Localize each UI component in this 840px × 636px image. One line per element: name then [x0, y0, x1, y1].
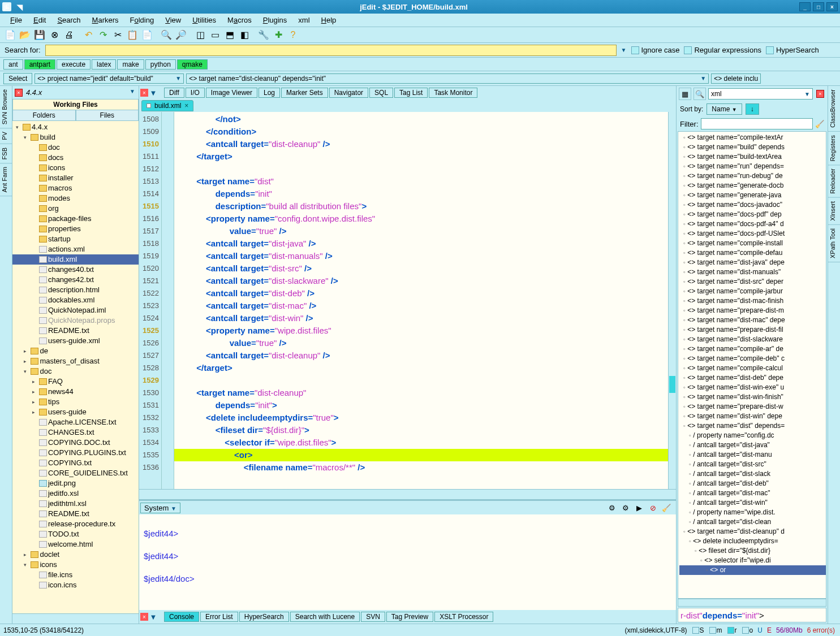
redo-icon[interactable]: ↷ — [96, 28, 110, 42]
tree-row[interactable]: TODO.txt — [12, 529, 139, 539]
structure-row[interactable]: ◦ / antcall target="dist-mac" — [679, 488, 826, 498]
console-shell-dropdown[interactable]: System ▼ — [140, 503, 180, 513]
etab-marker-sets[interactable]: Marker Sets — [281, 88, 328, 98]
tree-row[interactable]: welcome.html — [12, 539, 139, 550]
tree-row[interactable]: changes40.txt — [12, 265, 139, 275]
structure-row[interactable]: ◦ <> target name="dist" depends= — [679, 421, 826, 431]
structure-row[interactable]: ◦ <> target name="dist-slackware — [679, 335, 826, 344]
tree-row[interactable]: QuickNotepad.props — [12, 315, 139, 326]
tree-row[interactable]: jedithtml.xsl — [12, 499, 139, 509]
tree-row[interactable]: COPYING.PLUGINS.txt — [12, 448, 139, 458]
ctab-svn[interactable]: SVN — [361, 612, 385, 622]
search-input[interactable] — [45, 45, 617, 56]
fb-branch-dropdown[interactable]: 4.4.x ▼ — [24, 87, 137, 98]
regex-checkbox[interactable]: Regular expressions — [684, 46, 761, 54]
con-close-icon[interactable]: × — [140, 613, 148, 621]
save-icon[interactable]: 💾 — [33, 28, 46, 42]
ctab-console[interactable]: Console — [164, 612, 199, 622]
tree-row[interactable]: org — [12, 204, 139, 214]
tree-row[interactable]: docs — [12, 153, 139, 163]
tree-row[interactable]: startup — [12, 234, 139, 244]
structure-row[interactable]: ◦ <> target name="generate-docb — [679, 181, 826, 191]
vtab-registers[interactable]: Registers — [828, 132, 840, 165]
help-icon[interactable]: ? — [286, 28, 300, 42]
structure-row[interactable]: ◦ <> target name="run" depends= — [679, 162, 826, 171]
ctab-tag-preview[interactable]: Tag Preview — [386, 612, 433, 622]
menu-view[interactable]: View — [160, 15, 187, 25]
window-menu-icon[interactable]: ◥ — [17, 3, 25, 11]
con-run-icon[interactable]: ▶ — [634, 503, 644, 513]
etab-sql[interactable]: SQL — [369, 88, 393, 98]
structure-row[interactable]: ◦ / antcall target="dist-java" — [679, 440, 826, 450]
vtab-reloader[interactable]: Reloader — [828, 165, 840, 198]
tree-row[interactable]: Apache.LICENSE.txt — [12, 417, 139, 427]
tree-row[interactable]: ▾doc — [12, 366, 139, 377]
crumb-delete[interactable]: <> delete inclu — [711, 73, 761, 84]
structure-row[interactable]: ◦ / antcall target="dist-clean — [679, 517, 826, 527]
tree-row[interactable]: users-guide.xml — [12, 336, 139, 346]
tree-row[interactable]: ▸users-guide — [12, 407, 139, 417]
tree-row[interactable]: README.txt — [12, 509, 139, 519]
tree-row[interactable]: icon.icns — [12, 580, 139, 590]
vtab-xinsert[interactable]: XInsert — [828, 198, 840, 225]
tree-row[interactable]: icons — [12, 163, 139, 173]
rp-close-icon[interactable]: × — [816, 90, 824, 98]
ctab-xslt[interactable]: XSLT Processor — [434, 612, 493, 622]
fb-subtab-folders[interactable]: Folders — [12, 110, 76, 121]
ed-menu-icon[interactable]: ▼ — [149, 89, 157, 97]
con-clear-icon[interactable]: 🧹 — [661, 503, 671, 513]
rp-parser-dropdown[interactable]: xml▼ — [708, 88, 813, 99]
etab-io[interactable]: I/O — [186, 88, 205, 98]
structure-row[interactable]: ◦ <> target name="build" depends — [679, 142, 826, 152]
structure-row[interactable]: ◦ <> target name="docs-pdf-a4" d — [679, 219, 826, 229]
menu-folding[interactable]: Folding — [124, 15, 160, 25]
structure-row[interactable]: ◦ <> target name="dist-win-finish" — [679, 392, 826, 402]
tree-row[interactable]: description.html — [12, 285, 139, 295]
vtab-pv[interactable]: PV — [0, 128, 12, 144]
structure-row[interactable]: ◦ <> target name="compile-jarbur — [679, 287, 826, 296]
structure-row[interactable]: ◦ <> target name="dist-deb" depe — [679, 373, 826, 383]
select-button[interactable]: Select — [3, 73, 32, 84]
fb-close-icon[interactable]: × — [15, 89, 23, 97]
undo-icon[interactable]: ↶ — [81, 28, 95, 42]
split-v-icon[interactable]: ◧ — [238, 28, 251, 42]
tree-row[interactable]: CORE_GUIDELINES.txt — [12, 468, 139, 478]
paste-icon[interactable]: 📄 — [140, 28, 154, 42]
tree-row[interactable]: ▸news44 — [12, 387, 139, 397]
code-content[interactable]: </not> </condition> <antcall target="dis… — [174, 112, 676, 489]
structure-tree[interactable]: ◦ <> target name="compile-textAr ◦ <> ta… — [678, 131, 826, 599]
status-errors[interactable]: 6 error(s) — [805, 626, 837, 634]
vtab-xpath[interactable]: XPath Tool — [828, 225, 840, 262]
tree-row[interactable]: COPYING.DOC.txt — [12, 438, 139, 448]
structure-row[interactable]: ◦ <> target name="prepare-dist-fil — [679, 325, 826, 335]
rp-parse-icon[interactable]: ▦ — [679, 88, 691, 100]
tree-row[interactable]: QuickNotepad.iml — [12, 305, 139, 315]
menu-help[interactable]: Help — [316, 15, 342, 25]
structure-row[interactable]: ◦ <> target name="dist-java" depe — [679, 258, 826, 267]
structure-row[interactable]: ◦ / property name="config.dc — [679, 431, 826, 440]
status-memory[interactable]: 56/80Mb — [774, 626, 804, 634]
structure-row[interactable]: ◦ <> target name="compile-calcul — [679, 364, 826, 373]
ctab-error-list[interactable]: Error List — [200, 612, 238, 622]
close-button[interactable]: × — [826, 2, 838, 11]
etab-image-viewer[interactable]: Image Viewer — [206, 88, 257, 98]
tree-row[interactable]: jeditfo.xsl — [12, 488, 139, 499]
file-tab-build-xml[interactable]: build.xml × — [141, 100, 193, 111]
menu-xml[interactable]: xml — [292, 15, 315, 25]
rp-sort-toggle[interactable]: ↓ — [746, 103, 759, 115]
vtab-ant-farm[interactable]: Ant Farm — [0, 163, 12, 196]
tree-row[interactable]: COPYING.txt — [12, 458, 139, 468]
fold-gutter[interactable] — [162, 112, 174, 489]
etab-navigator[interactable]: Navigator — [329, 88, 368, 98]
fb-hscrollbar[interactable] — [12, 613, 139, 624]
structure-row[interactable]: ◦ <> target name="dist-src" deper — [679, 277, 826, 287]
structure-row[interactable]: ◦ <> delete includeemptydirs= — [679, 537, 826, 546]
tree-row[interactable]: ▾icons — [12, 560, 139, 570]
structure-row[interactable]: ◦ / antcall target="dist-win" — [679, 498, 826, 508]
structure-row[interactable]: ◦ / antcall target="dist-deb" — [679, 479, 826, 488]
structure-row[interactable]: ◦ <> selector if="wipe.di — [679, 556, 826, 565]
open-file-icon[interactable]: 📂 — [18, 28, 32, 42]
structure-row[interactable]: ◦ <> target name="compile-deb" c — [679, 354, 826, 364]
structure-row[interactable]: ◦ <> target name="build-textArea — [679, 152, 826, 162]
maximize-button[interactable]: □ — [813, 2, 824, 11]
